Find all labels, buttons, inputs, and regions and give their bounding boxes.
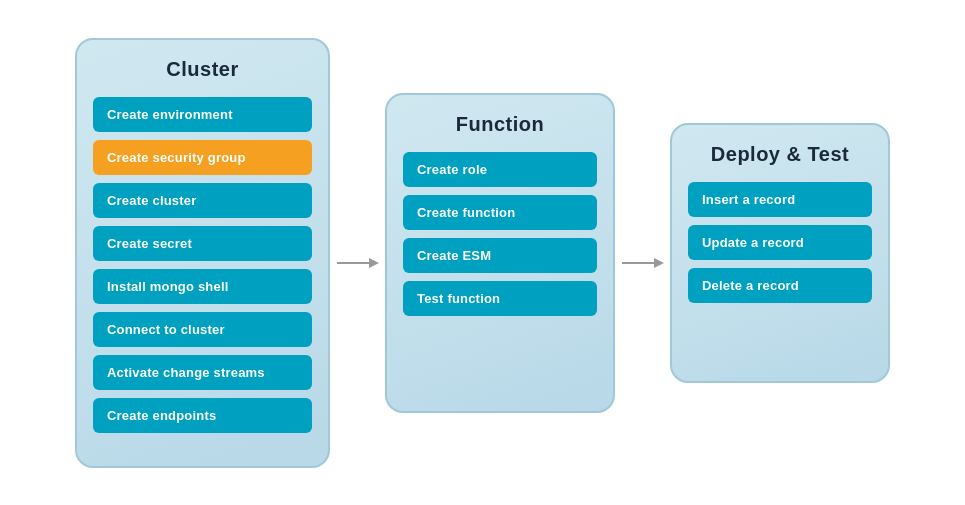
svg-marker-3	[654, 258, 664, 268]
step-install-mongo-shell[interactable]: Install mongo shell	[93, 269, 312, 304]
deploy-column: Deploy & Test Insert a record Update a r…	[670, 123, 890, 383]
step-activate-change-streams[interactable]: Activate change streams	[93, 355, 312, 390]
arrow-1-icon	[335, 251, 380, 275]
step-create-secret[interactable]: Create secret	[93, 226, 312, 261]
step-create-function[interactable]: Create function	[403, 195, 597, 230]
function-column: Function Create role Create function Cre…	[385, 93, 615, 413]
svg-marker-1	[369, 258, 379, 268]
step-create-esm[interactable]: Create ESM	[403, 238, 597, 273]
step-create-role[interactable]: Create role	[403, 152, 597, 187]
step-update-record[interactable]: Update a record	[688, 225, 872, 260]
arrow-1	[330, 231, 385, 275]
step-create-endpoints[interactable]: Create endpoints	[93, 398, 312, 433]
step-create-cluster[interactable]: Create cluster	[93, 183, 312, 218]
step-test-function[interactable]: Test function	[403, 281, 597, 316]
step-create-environment[interactable]: Create environment	[93, 97, 312, 132]
deploy-title: Deploy & Test	[711, 143, 849, 166]
step-insert-record[interactable]: Insert a record	[688, 182, 872, 217]
function-title: Function	[456, 113, 544, 136]
cluster-column: Cluster Create environment Create securi…	[75, 38, 330, 468]
step-create-security-group[interactable]: Create security group	[93, 140, 312, 175]
step-connect-to-cluster[interactable]: Connect to cluster	[93, 312, 312, 347]
arrow-2-icon	[620, 251, 665, 275]
cluster-title: Cluster	[166, 58, 238, 81]
diagram-container: Cluster Create environment Create securi…	[45, 18, 920, 488]
step-delete-record[interactable]: Delete a record	[688, 268, 872, 303]
arrow-2	[615, 231, 670, 275]
